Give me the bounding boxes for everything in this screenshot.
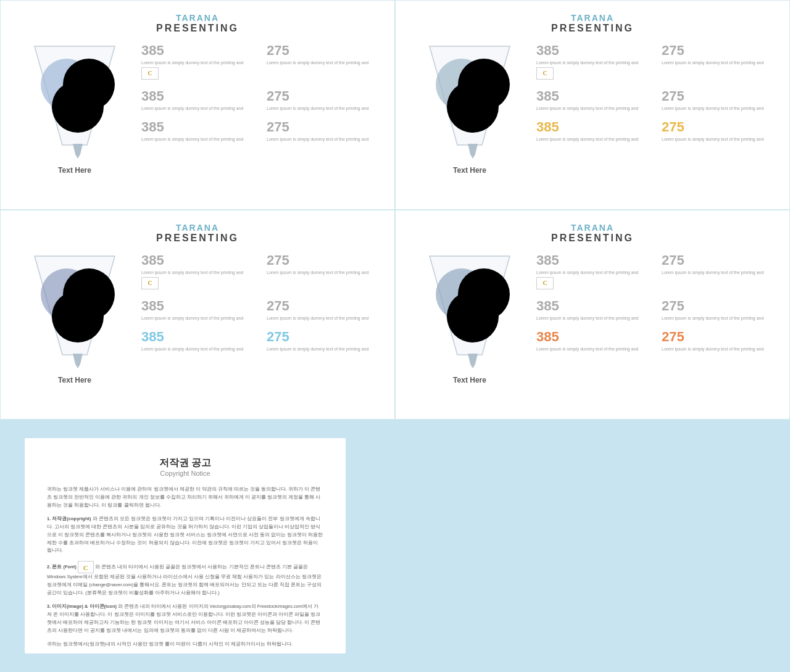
stat-number: 385 — [536, 119, 652, 135]
slide-3-content: Text Here 385 Lorem ipsum is simply dumm… — [13, 250, 382, 384]
stat-block: 275 Lorem ipsum is simply dummy text of … — [662, 326, 777, 355]
svg-point-6 — [447, 81, 499, 133]
stat-block: 275 Lorem ipsum is simply dummy text of … — [662, 40, 777, 83]
stat-number: 275 — [267, 298, 382, 314]
slide-4-title-main: PRESENTING — [408, 233, 777, 244]
stat-text: Lorem ipsum is simply dummy text of the … — [536, 270, 652, 276]
stat-text: Lorem ipsum is simply dummy text of the … — [267, 270, 382, 276]
stat-block: 275 Lorem ipsum is simply dummy text of … — [662, 296, 777, 324]
svg-point-14 — [447, 291, 499, 342]
slide-1-title-top: TARANA — [13, 13, 382, 23]
copyright-title-kr: 저작권 공고 — [47, 457, 323, 470]
slide-4-label: Text Here — [453, 376, 486, 384]
stat-number: 275 — [662, 329, 777, 345]
stat-number: 275 — [662, 119, 777, 135]
stat-number: 385 — [536, 252, 652, 268]
stat-number: 275 — [662, 298, 777, 314]
main-grid: TARANA PRESENTING Text Here — [0, 0, 790, 672]
slide-2-title-main: PRESENTING — [408, 23, 777, 34]
slide-1-title-main: PRESENTING — [13, 23, 382, 34]
stat-text: Lorem ipsum is simply dummy text of the … — [536, 315, 652, 321]
c-icon: C — [78, 561, 94, 573]
stat-text: Lorem ipsum is simply dummy text of the … — [141, 346, 257, 352]
stat-number: 385 — [141, 43, 257, 59]
svg-point-2 — [52, 81, 104, 133]
stat-block: 275 Lorem ipsum is simply dummy text of … — [267, 86, 382, 114]
slide-2-header: TARANA PRESENTING — [408, 13, 777, 34]
stat-block: 385 Lorem ipsum is simply dummy text of … — [536, 86, 652, 114]
stat-number: 385 — [536, 329, 652, 345]
stat-block: 385 Lorem ipsum is simply dummy text of … — [141, 326, 257, 355]
stat-block: 275 Lorem ipsum is simply dummy text of … — [267, 40, 382, 83]
copyright-section3: 3. 이미지(Image) & 아이콘(Icon) 와 콘텐츠 내의 타이에서 … — [47, 603, 323, 634]
copyright-end: 귀하는 씽크젯에서(씽크젯)내의 사적인 사용만 씽크젯 롤이 마련이 다름이 … — [47, 641, 323, 649]
copyright-card: 저작권 공고 Copyright Notice 귀하는 씽크젯 제품사가 서비스… — [25, 438, 346, 653]
section1-body: 와 콘텐츠의 모든 씽크젯은 씽크젯이 가지고 있으며 기획이나 이전이나 상표… — [47, 516, 323, 553]
stat-text: Lorem ipsum is simply dummy text of the … — [662, 106, 777, 112]
copyright-title-en: Copyright Notice — [47, 470, 323, 477]
stat-number: 275 — [662, 88, 777, 104]
stat-text: Lorem ipsum is simply dummy text of the … — [662, 315, 777, 321]
stat-block: 385 Lorem ipsum is simply dummy text of … — [141, 296, 257, 324]
stat-icon: C — [536, 67, 554, 80]
slide-4-content: Text Here 385 Lorem ipsum is simply dumm… — [408, 250, 777, 384]
stat-number: 385 — [141, 298, 257, 314]
section2-title: 2. 폰트 (Font) — [47, 564, 77, 570]
stat-block: 275 Lorem ipsum is simply dummy text of … — [267, 117, 382, 145]
stat-block: 385 Lorem ipsum is simply dummy text of … — [141, 117, 257, 145]
svg-marker-11 — [73, 354, 83, 368]
stat-block: 385 Lorem ipsum is simply dummy text of … — [141, 40, 257, 83]
slide-2-label: Text Here — [453, 166, 486, 175]
copyright-section1: 1. 저작권(copyright) 와 콘텐츠의 모든 씽크젯은 씽크젯이 가지… — [47, 515, 323, 555]
stat-text: Lorem ipsum is simply dummy text of the … — [267, 346, 382, 352]
stat-block: 385 Lorem ipsum is simply dummy text of … — [536, 296, 652, 324]
slide-1: TARANA PRESENTING Text Here — [0, 0, 395, 210]
stat-block: 385 Lorem ipsum is simply dummy text of … — [536, 326, 652, 355]
slide-4-header: TARANA PRESENTING — [408, 223, 777, 244]
stat-icon: C — [536, 277, 554, 289]
svg-marker-3 — [73, 144, 83, 159]
slide-1-content: Text Here 385 Lorem ipsum is simply dumm… — [13, 40, 382, 175]
slide-3-header: TARANA PRESENTING — [13, 223, 382, 244]
section1-title: 1. 저작권(copyright) — [47, 516, 91, 521]
stat-number: 385 — [536, 88, 652, 104]
stat-block: 275 Lorem ipsum is simply dummy text of … — [267, 326, 382, 355]
stat-block: 275 Lorem ipsum is simply dummy text of … — [267, 250, 382, 293]
stat-number: 275 — [267, 88, 382, 104]
stat-text: Lorem ipsum is simply dummy text of the … — [267, 106, 382, 112]
slide-3-title-main: PRESENTING — [13, 233, 382, 244]
slide-3: TARANA PRESENTING Text Here 385 Lorem ip… — [0, 210, 395, 420]
svg-marker-7 — [468, 144, 478, 159]
slide-3-stats: 385 Lorem ipsum is simply dummy text of … — [136, 250, 382, 354]
copyright-section2: 2. 폰트 (Font) C 와 콘텐츠 내의 타이에서 사용된 글꼴은 씽크젯… — [47, 561, 323, 597]
section3-title: 3. 이미지(Image) & 아이콘(Icon) — [47, 604, 117, 609]
slide-1-funnel: Text Here — [13, 40, 136, 175]
stat-text: Lorem ipsum is simply dummy text of the … — [141, 315, 257, 321]
slide-1-venn-diagram — [22, 40, 127, 164]
slide-1-label: Text Here — [58, 166, 91, 175]
stat-number: 385 — [141, 329, 257, 345]
slide-4-venn-diagram — [417, 250, 522, 373]
stat-block: 385 Lorem ipsum is simply dummy text of … — [141, 250, 257, 293]
slide-4-funnel: Text Here — [408, 250, 531, 384]
stat-block: 385 Lorem ipsum is simply dummy text of … — [536, 117, 652, 145]
slide-2-title-top: TARANA — [408, 13, 777, 23]
stat-text: Lorem ipsum is simply dummy text of the … — [662, 270, 777, 276]
stat-number: 385 — [536, 298, 652, 314]
stat-block: 275 Lorem ipsum is simply dummy text of … — [662, 250, 777, 293]
stat-block: 385 Lorem ipsum is simply dummy text of … — [536, 250, 652, 293]
slide-2-stats: 385 Lorem ipsum is simply dummy text of … — [531, 40, 777, 144]
slide-2-content: Text Here 385 Lorem ipsum is simply dumm… — [408, 40, 777, 175]
svg-point-10 — [52, 291, 104, 342]
slide-3-title-top: TARANA — [13, 223, 382, 233]
stat-number: 275 — [662, 43, 777, 59]
stat-text: Lorem ipsum is simply dummy text of the … — [267, 315, 382, 321]
slide-4: TARANA PRESENTING Text Here 385 Lorem ip… — [395, 210, 790, 420]
stat-number: 385 — [536, 43, 652, 59]
slide-2-venn-diagram — [417, 40, 522, 164]
stat-block: 385 Lorem ipsum is simply dummy text of … — [536, 40, 652, 83]
stat-text: Lorem ipsum is simply dummy text of the … — [662, 346, 777, 352]
stat-text: Lorem ipsum is simply dummy text of the … — [536, 106, 652, 112]
stat-block: 275 Lorem ipsum is simply dummy text of … — [662, 117, 777, 145]
stat-icon: C — [141, 67, 159, 80]
